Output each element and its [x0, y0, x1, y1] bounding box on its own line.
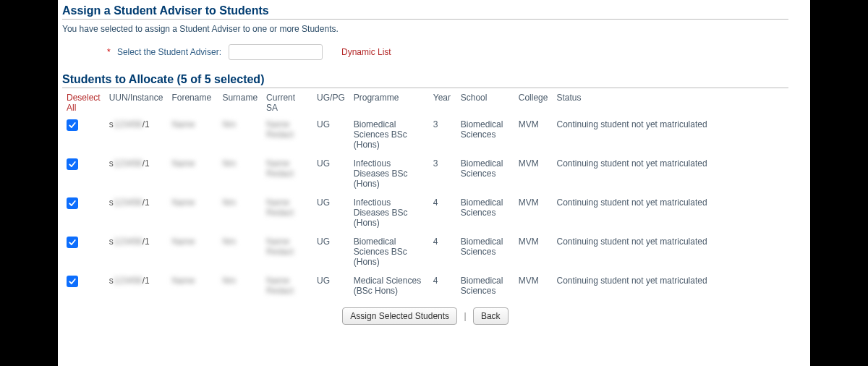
col-header-school: School [456, 90, 514, 115]
row-checkbox[interactable] [67, 119, 78, 131]
deselect-all-link[interactable]: Deselect All [67, 93, 101, 114]
col-header-uun: UUN/Instance [105, 90, 168, 115]
adviser-input[interactable] [229, 44, 323, 60]
cell-year: 3 [429, 154, 456, 193]
adviser-label-wrap: * Select the Student Adviser: [98, 47, 229, 57]
page-title: Assign a Student Adviser to Students [62, 4, 788, 20]
cell-school: Biomedical Sciences [456, 193, 514, 232]
cell-current-sa: Name Redact [262, 115, 312, 154]
cell-college: MVM [514, 232, 553, 271]
cell-school: Biomedical Sciences [456, 154, 514, 193]
col-header-forename: Forename [167, 90, 218, 115]
cell-school: Biomedical Sciences [456, 271, 514, 300]
cell-year: 4 [429, 271, 456, 300]
col-header-surname: Surname [218, 90, 262, 115]
cell-surname: Nm [218, 154, 262, 193]
cell-school: Biomedical Sciences [456, 115, 514, 154]
action-buttons-row: Assign Selected Students | Back [62, 307, 788, 325]
right-black-margin [810, 0, 868, 366]
col-header-programme: Programme [349, 90, 429, 115]
cell-ugpg: UG [312, 232, 349, 271]
cell-current-sa: Name Redact [262, 154, 312, 193]
cell-uun: s123456/1 [105, 193, 168, 232]
cell-uun: s123456/1 [105, 232, 168, 271]
table-row: s123456/1NameNmName RedactUGBiomedical S… [62, 232, 788, 271]
cell-college: MVM [514, 193, 553, 232]
table-row: s123456/1NameNmName RedactUGInfectious D… [62, 154, 788, 193]
cell-year: 4 [429, 193, 456, 232]
cell-status: Continuing student not yet matriculated [552, 271, 788, 300]
table-row: s123456/1NameNmName RedactUGBiomedical S… [62, 115, 788, 154]
cell-forename: Name [167, 154, 218, 193]
row-checkbox[interactable] [67, 197, 78, 209]
dynamic-list-link[interactable]: Dynamic List [341, 47, 391, 57]
cell-programme: Biomedical Sciences BSc (Hons) [349, 115, 429, 154]
cell-programme: Medical Sciences (BSc Hons) [349, 271, 429, 300]
cell-programme: Biomedical Sciences BSc (Hons) [349, 232, 429, 271]
cell-year: 3 [429, 115, 456, 154]
col-header-ugpg: UG/PG [312, 90, 349, 115]
students-table: Deselect All UUN/Instance Forename Surna… [62, 90, 788, 300]
cell-ugpg: UG [312, 271, 349, 300]
cell-current-sa: Name Redact [262, 193, 312, 232]
cell-college: MVM [514, 115, 553, 154]
table-row: s123456/1NameNmName RedactUGMedical Scie… [62, 271, 788, 300]
cell-college: MVM [514, 271, 553, 300]
cell-status: Continuing student not yet matriculated [552, 115, 788, 154]
row-checkbox[interactable] [67, 158, 78, 170]
cell-surname: Nm [218, 271, 262, 300]
back-button[interactable]: Back [473, 307, 509, 325]
required-asterisk: * [107, 47, 111, 57]
button-separator: | [464, 311, 466, 321]
left-black-margin [0, 0, 58, 366]
cell-surname: Nm [218, 115, 262, 154]
page-intro: You have selected to assign a Student Ad… [62, 24, 788, 34]
cell-current-sa: Name Redact [262, 271, 312, 300]
assign-selected-button[interactable]: Assign Selected Students [342, 307, 457, 325]
cell-status: Continuing student not yet matriculated [552, 154, 788, 193]
cell-programme: Infectious Diseases BSc (Hons) [349, 154, 429, 193]
cell-year: 4 [429, 232, 456, 271]
adviser-form-row: * Select the Student Adviser: Dynamic Li… [62, 44, 788, 60]
students-section-title: Students to Allocate (5 of 5 selected) [62, 73, 788, 88]
cell-forename: Name [167, 271, 218, 300]
cell-ugpg: UG [312, 193, 349, 232]
cell-uun: s123456/1 [105, 154, 168, 193]
row-checkbox[interactable] [67, 276, 78, 287]
cell-forename: Name [167, 193, 218, 232]
col-header-current-sa: Current SA [262, 90, 312, 115]
row-checkbox[interactable] [67, 237, 78, 248]
cell-status: Continuing student not yet matriculated [552, 193, 788, 232]
cell-school: Biomedical Sciences [456, 232, 514, 271]
main-content: Assign a Student Adviser to Students You… [58, 0, 810, 366]
cell-forename: Name [167, 232, 218, 271]
col-header-college: College [514, 90, 553, 115]
cell-ugpg: UG [312, 115, 349, 154]
cell-surname: Nm [218, 232, 262, 271]
adviser-label: Select the Student Adviser: [117, 47, 221, 57]
table-row: s123456/1NameNmName RedactUGInfectious D… [62, 193, 788, 232]
cell-status: Continuing student not yet matriculated [552, 232, 788, 271]
cell-ugpg: UG [312, 154, 349, 193]
cell-uun: s123456/1 [105, 115, 168, 154]
cell-uun: s123456/1 [105, 271, 168, 300]
col-header-year: Year [429, 90, 456, 115]
cell-college: MVM [514, 154, 553, 193]
col-header-status: Status [552, 90, 788, 115]
cell-programme: Infectious Diseases BSc (Hons) [349, 193, 429, 232]
cell-forename: Name [167, 115, 218, 154]
cell-current-sa: Name Redact [262, 232, 312, 271]
cell-surname: Nm [218, 193, 262, 232]
